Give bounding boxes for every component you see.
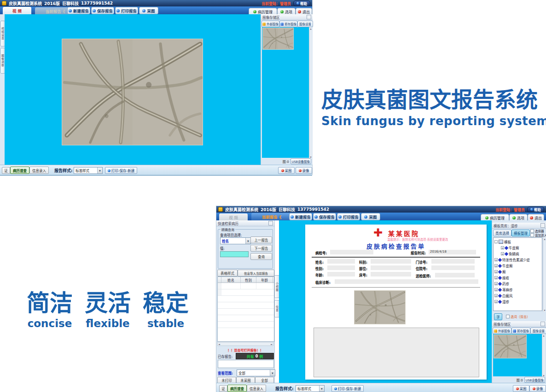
image-settings-button[interactable]: 图像设置	[530, 328, 546, 334]
append-checkbox[interactable]: 追加进入	[530, 233, 546, 237]
new-report-button[interactable]: 新建报告	[67, 7, 90, 14]
sex-field[interactable]	[327, 265, 355, 270]
help-button[interactable]: 帮助	[527, 207, 544, 213]
tab-exit[interactable]: 退出	[528, 214, 544, 221]
tab-options[interactable]: 选项	[277, 8, 296, 15]
table-row[interactable]	[218, 309, 274, 315]
tree-expand-icon[interactable]: +	[494, 270, 498, 273]
quick-search-button[interactable]: 病历速查	[10, 167, 29, 174]
capture-button[interactable]: 采图	[361, 213, 380, 220]
tab-records-management[interactable]: 病历管理	[481, 214, 509, 221]
tree-expand-icon[interactable]: +	[494, 288, 498, 291]
tree-item[interactable]: +牛皮癣	[494, 263, 542, 269]
tree-item[interactable]: +湿疹	[494, 299, 542, 305]
temp-image-button[interactable]: 暂存图像	[511, 328, 530, 334]
chevron-down-icon[interactable]: ▼	[245, 238, 250, 244]
info-entry-button[interactable]: 信息录入	[29, 167, 49, 174]
report-list-box[interactable]	[218, 360, 274, 368]
tree-item[interactable]: +特发性色素减少症	[494, 257, 542, 263]
tree-root[interactable]: -模板	[494, 239, 542, 245]
tab-options[interactable]: 选项	[509, 214, 528, 221]
tree-expand-icon[interactable]: +	[501, 246, 504, 249]
inpatient-no-field[interactable]	[431, 265, 475, 270]
tree-collapse-icon[interactable]: -	[494, 240, 498, 243]
scroll-down-icon[interactable]: ▼	[544, 309, 545, 311]
scroll-right-icon[interactable]: ►	[271, 343, 273, 346]
view-range-select[interactable]: 全部▼	[237, 369, 275, 376]
tree-item[interactable]: +白癜风	[494, 293, 542, 299]
print-save-new-button[interactable]: 打印-保存-新建	[331, 385, 364, 392]
table-row[interactable]	[218, 289, 274, 296]
prev-report-button[interactable]: 上一报告	[250, 236, 272, 243]
record-video-button[interactable]: 录像	[296, 167, 312, 174]
diagnosis-field[interactable]	[335, 279, 478, 284]
new-report-button[interactable]: 新建报告	[289, 213, 312, 220]
capture-button[interactable]: 采图	[139, 7, 158, 14]
close-icon[interactable]	[268, 221, 273, 225]
table-style-button[interactable]: 表格样式	[217, 270, 238, 277]
tab-video[interactable]: 视 频	[3, 7, 31, 14]
record-video-button[interactable]: 录像	[529, 385, 546, 392]
print-report-button[interactable]: 打印报告	[337, 213, 360, 220]
report-style-select[interactable]: 标准样式▼	[74, 167, 103, 174]
capture-frame-button[interactable]: 采图	[278, 167, 295, 174]
table-row[interactable]	[218, 283, 274, 289]
exam-no-field[interactable]	[330, 250, 373, 254]
tree-expand-icon[interactable]: +	[494, 258, 498, 261]
external-image-button[interactable]: 外部图像	[261, 21, 279, 27]
doctor-field[interactable]	[435, 273, 475, 277]
print-save-new-button[interactable]: 打印-保存-新建	[105, 167, 137, 174]
tree-expand-icon[interactable]: +	[494, 282, 498, 285]
report-style-select[interactable]: 标准样式▼	[296, 385, 325, 392]
tab-video[interactable]: 视 频	[219, 213, 248, 220]
query-field-select[interactable]: 姓名▼	[220, 237, 251, 244]
save-report-button[interactable]: 保存报告	[313, 213, 336, 220]
clinic-no-field[interactable]	[431, 259, 475, 264]
pick-word-checkbox[interactable]: 选词（双击）	[506, 314, 530, 319]
collapse-icon[interactable]	[540, 223, 545, 228]
image-settings-button[interactable]: 图像设置	[297, 21, 313, 27]
quick-search-button[interactable]: 病历速查	[227, 385, 247, 392]
tree-scrollbar[interactable]: ▲▼	[543, 237, 546, 312]
chevron-down-icon[interactable]: ▼	[270, 370, 275, 376]
table-hscrollbar[interactable]: ◄►	[217, 342, 273, 346]
tab-current-report[interactable]: 当前报告《	[251, 213, 292, 220]
save-report-button[interactable]: 保存报告	[91, 7, 114, 14]
name-field[interactable]	[327, 259, 355, 264]
tree-expand-icon[interactable]: +	[494, 300, 498, 303]
capture-frame-button[interactable]: 采图	[513, 385, 529, 392]
tree-item[interactable]: +痤疮	[494, 275, 542, 281]
table-row[interactable]	[218, 302, 274, 309]
scroll-up-icon[interactable]: ▲	[543, 334, 544, 337]
cert-button[interactable]: 证	[2, 167, 10, 174]
report-text-area[interactable]	[314, 328, 479, 377]
tab-records-management[interactable]: 病历管理	[249, 8, 277, 15]
tree-item[interactable]: +鱼鳞病	[494, 251, 542, 257]
print-report-button[interactable]: 打印报告	[115, 7, 138, 14]
temp-image-button[interactable]: 暂存图像	[279, 21, 297, 27]
stored-image-thumbnail[interactable]	[494, 335, 526, 358]
word-button[interactable]: 字	[494, 313, 502, 320]
collapse-icon[interactable]	[307, 15, 311, 19]
store-scrollbar[interactable]: ▲▼	[542, 334, 545, 377]
store-scrollbar[interactable]: ▲▼	[309, 27, 312, 159]
template-manage-button[interactable]: 模板管理	[511, 230, 530, 236]
report-microscope-image[interactable]	[354, 291, 405, 324]
external-image-button[interactable]: 外部图像	[493, 328, 511, 334]
tree-expand-icon[interactable]: +	[501, 252, 504, 255]
tree-item[interactable]: +牛皮癣	[494, 245, 542, 251]
usb-device-button[interactable]: USB设备图像	[290, 158, 311, 164]
table-row[interactable]	[218, 315, 274, 322]
age-field[interactable]	[327, 272, 355, 277]
part-field[interactable]	[371, 265, 411, 270]
scroll-left-icon[interactable]: ◄	[218, 343, 220, 346]
tree-expand-icon[interactable]: +	[494, 294, 498, 297]
tree-expand-icon[interactable]: +	[494, 276, 498, 279]
tree-item[interactable]: +药疹	[494, 281, 542, 287]
next-report-button[interactable]: 下一报告	[250, 245, 272, 252]
checkbox-icon[interactable]	[530, 233, 534, 237]
scroll-up-icon[interactable]: ▲	[544, 238, 545, 240]
checkbox-icon[interactable]	[506, 315, 510, 318]
tab-exit[interactable]: 退出	[296, 8, 312, 15]
checkbox-icon[interactable]	[530, 229, 534, 233]
